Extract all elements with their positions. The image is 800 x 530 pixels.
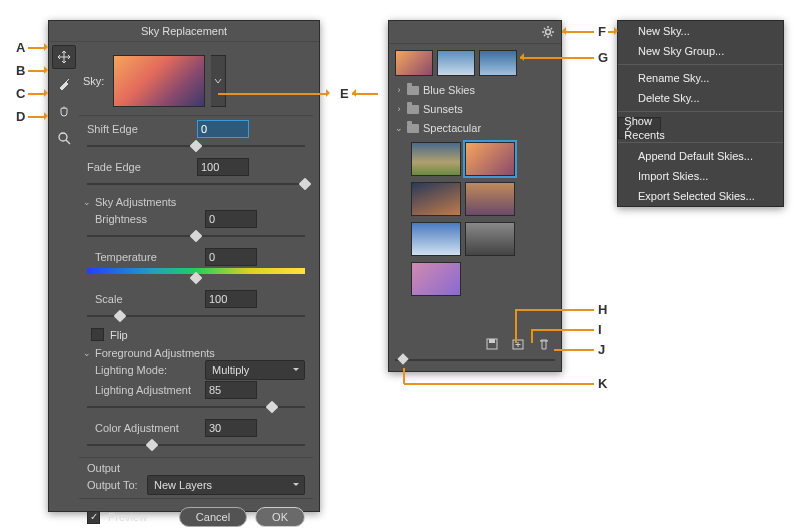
brush-tool[interactable] (52, 72, 76, 96)
sky-preset-thumb[interactable] (411, 142, 461, 176)
preset-folder[interactable]: ⌄Spectacular (395, 120, 555, 136)
callout-D: D (16, 109, 25, 124)
preset-folder[interactable]: ›Blue Skies (395, 82, 555, 98)
callout-J: J (598, 342, 605, 357)
sky-adjustments-header[interactable]: ⌄ Sky Adjustments (83, 196, 309, 208)
sky-preset-panel: ›Blue Skies›Sunsets⌄Spectacular (388, 20, 562, 372)
brightness-value[interactable]: 0 (205, 210, 257, 228)
hand-tool[interactable] (52, 99, 76, 123)
recent-skies (395, 50, 555, 76)
color-adj-label: Color Adjustment (87, 422, 205, 434)
delete-preset-icon[interactable] (537, 337, 551, 351)
lighting-mode-select[interactable]: Multiply (205, 360, 305, 380)
sky-preset-thumb[interactable] (411, 182, 461, 216)
callout-I: I (598, 322, 602, 337)
shift-edge-value[interactable]: 0 (197, 120, 249, 138)
preset-folder[interactable]: ›Sunsets (395, 101, 555, 117)
temperature-slider[interactable] (87, 272, 305, 284)
thumbnail-zoom-slider[interactable] (395, 355, 555, 365)
preset-grid (411, 142, 561, 296)
flip-label: Flip (110, 329, 128, 341)
temperature-value[interactable]: 0 (205, 248, 257, 266)
sky-label: Sky: (83, 75, 107, 87)
fade-edge-slider[interactable] (87, 178, 305, 190)
output-to-select[interactable]: New Layers (147, 475, 305, 495)
preview-checkbox[interactable] (87, 511, 100, 524)
lighting-adj-slider[interactable] (87, 401, 305, 413)
menu-item[interactable]: Export Selected Skies... (618, 186, 783, 206)
new-preset-icon[interactable] (511, 337, 525, 351)
menu-item[interactable]: Append Default Skies... (618, 146, 783, 166)
dialog-title: Sky Replacement (49, 21, 319, 42)
move-tool[interactable] (52, 45, 76, 69)
output-header: Output (87, 462, 305, 474)
ok-button[interactable]: OK (255, 507, 305, 527)
lighting-adj-label: Lighting Adjustment (87, 384, 205, 396)
callout-K: K (598, 376, 607, 391)
svg-point-1 (546, 30, 551, 35)
folder-icon (407, 105, 419, 114)
callout-C: C (16, 86, 25, 101)
callout-F: F (598, 24, 606, 39)
gear-icon[interactable] (541, 25, 555, 39)
svg-rect-3 (489, 339, 495, 343)
sky-preset-thumb[interactable] (411, 262, 461, 296)
recent-sky-thumb[interactable] (479, 50, 517, 76)
zoom-tool[interactable] (52, 126, 76, 150)
sky-preset-thumb[interactable] (465, 142, 515, 176)
save-preset-icon[interactable] (485, 337, 499, 351)
shift-edge-slider[interactable] (87, 140, 305, 152)
sky-preview-thumb (113, 55, 205, 107)
preview-label: Preview (108, 511, 171, 523)
folder-icon (407, 124, 419, 133)
preset-gear-menu: New Sky...New Sky Group...Rename Sky...D… (617, 20, 784, 207)
fade-edge-value[interactable]: 100 (197, 158, 249, 176)
svg-point-0 (59, 133, 67, 141)
menu-item[interactable]: New Sky... (618, 21, 783, 41)
scale-slider[interactable] (87, 310, 305, 322)
sky-preset-thumb[interactable] (411, 222, 461, 256)
chevron-down-icon: ⌄ (83, 348, 91, 358)
shift-edge-label: Shift Edge (87, 123, 197, 135)
cancel-button[interactable]: Cancel (179, 507, 247, 527)
menu-item[interactable]: New Sky Group... (618, 41, 783, 61)
callout-A: A (16, 40, 25, 55)
sky-dropdown[interactable] (211, 55, 226, 107)
menu-item[interactable]: Delete Sky... (618, 88, 783, 108)
sky-preset-thumb[interactable] (465, 222, 515, 256)
foreground-adjustments-header[interactable]: ⌄ Foreground Adjustments (83, 347, 309, 359)
folder-icon (407, 86, 419, 95)
menu-item[interactable]: Rename Sky... (618, 68, 783, 88)
chevron-down-icon: ⌄ (83, 197, 91, 207)
lighting-adj-value[interactable]: 85 (205, 381, 257, 399)
brightness-label: Brightness (87, 213, 205, 225)
scale-label: Scale (87, 293, 205, 305)
recent-sky-thumb[interactable] (395, 50, 433, 76)
scale-value[interactable]: 100 (205, 290, 257, 308)
output-to-label: Output To: (87, 479, 147, 491)
flip-checkbox[interactable] (91, 328, 104, 341)
brightness-slider[interactable] (87, 230, 305, 242)
fade-edge-label: Fade Edge (87, 161, 197, 173)
menu-item[interactable]: Show Recents (618, 117, 661, 139)
color-adj-slider[interactable] (87, 439, 305, 451)
temperature-label: Temperature (87, 251, 205, 263)
callout-H: H (598, 302, 607, 317)
recent-sky-thumb[interactable] (437, 50, 475, 76)
callout-G: G (598, 50, 608, 65)
color-adj-value[interactable]: 30 (205, 419, 257, 437)
tool-column (52, 45, 74, 150)
menu-item[interactable]: Import Skies... (618, 166, 783, 186)
sky-preset-thumb[interactable] (465, 182, 515, 216)
lighting-mode-label: Lighting Mode: (87, 364, 205, 376)
callout-B: B (16, 63, 25, 78)
